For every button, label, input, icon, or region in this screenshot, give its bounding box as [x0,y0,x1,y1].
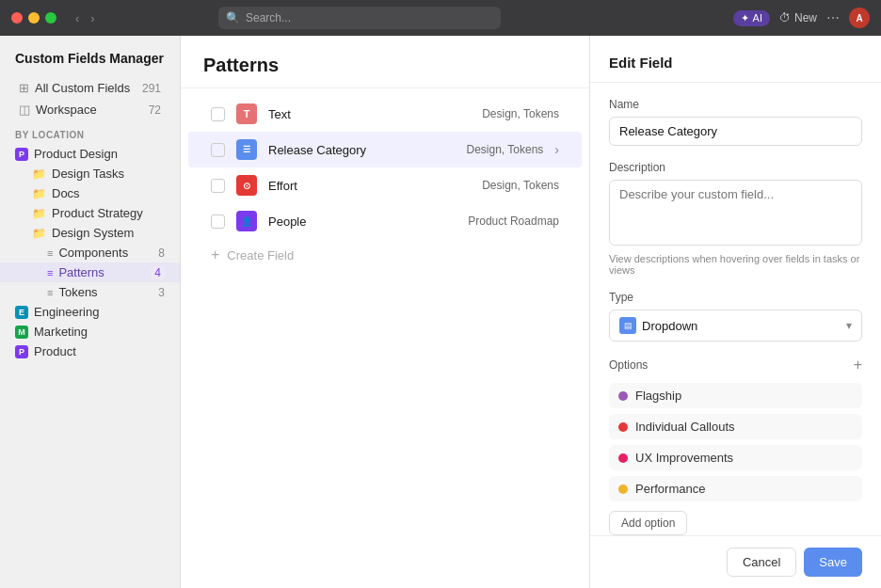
ai-label: AI [753,12,762,24]
sidebar-item-design-tasks[interactable]: 📁 Design Tasks [0,164,180,183]
option-ux-improvements[interactable]: UX Improvements [609,445,862,470]
sidebar-item-design-system[interactable]: 📁 Design System [0,223,180,243]
sidebar-item-product[interactable]: P Product [0,342,180,361]
grid-icon[interactable]: ⋯ [826,10,840,25]
new-label: New [794,11,817,24]
sidebar-item-marketing[interactable]: M Marketing [0,322,180,342]
list-icon-components: ≡ [47,247,53,259]
release-type-icon: ☰ [236,139,257,160]
workspace-label: Workspace [36,103,97,117]
sidebar-title: Custom Fields Manager [0,51,180,77]
type-select[interactable]: ▤ Dropdown ▾ [609,310,862,342]
cancel-button[interactable]: Cancel [727,548,796,577]
ux-improvements-dot [618,453,628,463]
field-checkbox-people[interactable] [211,215,225,229]
description-label: Description [609,161,862,174]
titlebar: ‹ › 🔍 Search... ✦ AI ⏱ New ⋯ A [0,0,881,36]
tokens-count: 3 [158,286,165,299]
save-button[interactable]: Save [804,548,862,577]
field-name-people: People [268,215,457,229]
description-textarea[interactable] [609,180,862,246]
page-title: Patterns [203,55,567,76]
options-group: Options + Flagship Individual Callouts U… [609,357,862,535]
field-checkbox-effort[interactable] [211,179,225,193]
product-dot: P [15,345,28,358]
patterns-count: 4 [151,266,165,279]
app-body: Custom Fields Manager ⊞ All Custom Field… [0,36,881,588]
ai-badge[interactable]: ✦ AI [733,10,770,26]
folder-icon-ps: 📁 [32,207,46,220]
sidebar-item-patterns[interactable]: ≡ Patterns 4 [0,262,180,282]
edit-panel-header: Edit Field [590,36,881,83]
all-fields-icon: ⊞ [19,81,29,95]
engineering-label: Engineering [34,305,99,319]
field-row-text[interactable]: T Text Design, Tokens [188,96,582,132]
flagship-dot [618,391,628,401]
options-header: Options + [609,357,862,373]
create-field-icon: + [211,246,219,263]
sidebar: Custom Fields Manager ⊞ All Custom Field… [0,36,181,588]
field-checkbox-text[interactable] [211,107,225,121]
minimize-button[interactable] [28,12,40,24]
workspace-count: 72 [149,103,161,117]
folder-icon-docs: 📁 [32,187,46,200]
field-name-effort: Effort [268,179,471,193]
product-design-dot: P [15,148,28,161]
sidebar-item-product-strategy[interactable]: 📁 Product Strategy [0,203,180,223]
list-icon-tokens: ≡ [47,287,53,298]
option-flagship[interactable]: Flagship [609,383,862,408]
field-name-release: Release Category [268,143,456,157]
field-row-release-category[interactable]: ☰ Release Category Design, Tokens › [188,132,582,167]
description-group: Description View descriptions when hover… [609,161,862,276]
sidebar-item-all-custom-fields[interactable]: ⊞ All Custom Fields 291 [4,77,176,99]
add-option-button[interactable]: Add option [609,511,687,535]
sidebar-item-docs[interactable]: 📁 Docs [0,183,180,203]
sidebar-item-engineering[interactable]: E Engineering [0,302,180,322]
avatar[interactable]: A [849,8,870,28]
all-custom-fields-count: 291 [142,82,161,95]
sidebar-item-product-design[interactable]: P Product Design [0,144,180,164]
option-individual-callouts[interactable]: Individual Callouts [609,414,862,439]
product-design-label: Product Design [34,147,118,161]
main-content: Patterns T Text Design, Tokens ☰ Release… [181,36,589,588]
ux-improvements-label: UX Improvements [635,451,733,465]
marketing-dot: M [15,326,28,339]
search-placeholder: Search... [246,11,291,24]
field-row-people[interactable]: 👤 People Product Roadmap [188,203,582,239]
search-bar[interactable]: 🔍 Search... [218,7,501,29]
patterns-label: Patterns [58,265,145,279]
text-type-icon: T [236,103,257,124]
by-location-label: BY LOCATION [0,120,180,144]
option-performance[interactable]: Performance [609,476,862,501]
new-button[interactable]: ⏱ New [779,11,817,24]
flagship-label: Flagship [635,389,681,403]
engineering-dot: E [15,306,28,319]
back-button[interactable]: ‹ [72,9,83,27]
fields-table: T Text Design, Tokens ☰ Release Category… [181,88,589,588]
edit-panel-footer: Cancel Save [590,535,881,588]
clock-icon: ⏱ [779,11,791,24]
sidebar-item-workspace[interactable]: ◫ Workspace 72 [4,99,176,120]
description-hint: View descriptions when hovering over fie… [609,253,862,276]
chevron-down-icon: ▾ [846,319,852,332]
field-tags-people: Product Roadmap [468,215,559,228]
field-tags-effort: Design, Tokens [482,179,559,192]
titlebar-right: ✦ AI ⏱ New ⋯ A [733,8,870,28]
close-button[interactable] [11,12,23,24]
components-label: Components [58,246,152,260]
tokens-label: Tokens [58,285,152,299]
name-input[interactable] [609,117,862,146]
forward-button[interactable]: › [87,9,98,27]
add-option-plus-icon[interactable]: + [854,357,862,373]
dropdown-type-icon: ▤ [619,317,636,334]
sidebar-item-components[interactable]: ≡ Components 8 [0,243,180,262]
field-row-effort[interactable]: ⊙ Effort Design, Tokens [188,167,582,203]
options-label: Options [609,358,648,372]
create-field-button[interactable]: + Create Field [188,239,582,271]
type-group: Type ▤ Dropdown ▾ [609,291,862,342]
maximize-button[interactable] [45,12,56,24]
field-checkbox-release[interactable] [211,143,225,157]
main-header: Patterns [181,36,589,88]
components-count: 8 [158,246,165,260]
sidebar-item-tokens[interactable]: ≡ Tokens 3 [0,282,180,302]
